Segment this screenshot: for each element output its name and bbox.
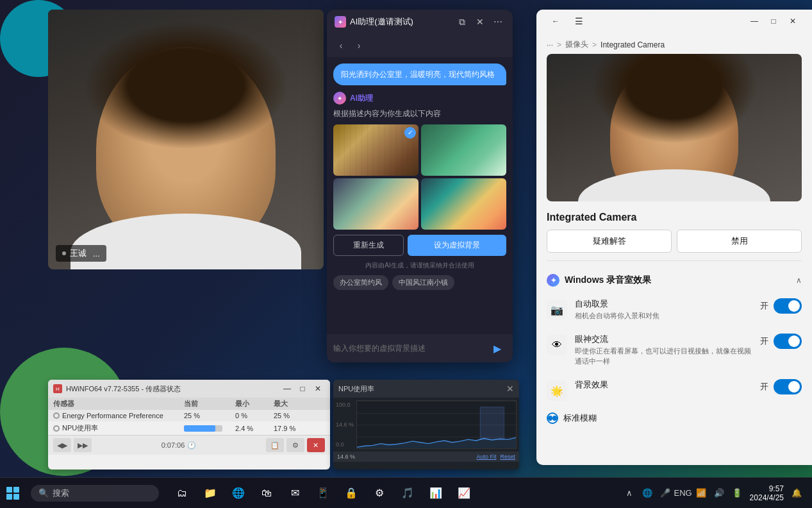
hwinfo-minimize-btn[interactable]: —: [280, 383, 294, 394]
search-icon: 🔍: [38, 488, 49, 498]
breadcrumb-sep2: >: [592, 40, 597, 49]
breadcrumb-current: Integrated Camera: [601, 40, 665, 49]
taskbar-app-1[interactable]: 📱: [310, 480, 336, 506]
settings-autoframe-toggle[interactable]: [774, 298, 802, 314]
settings-back-btn[interactable]: ←: [547, 12, 565, 30]
ai-image-3[interactable]: [333, 178, 418, 230]
settings-bgeffects-toggle[interactable]: [774, 379, 802, 394]
ai-tag-1[interactable]: 办公室简约风: [333, 275, 388, 290]
taskbar-mic-icon[interactable]: 🎤: [658, 486, 673, 501]
ai-regenerate-btn[interactable]: 重新生成: [333, 235, 404, 256]
npu-bar-value: 14.6 %: [337, 453, 355, 460]
settings-eyecontact-toggle[interactable]: [774, 334, 802, 349]
taskbar-app-edge[interactable]: 🌐: [226, 480, 251, 506]
ai-nav-back[interactable]: ‹: [333, 38, 349, 53]
taskbar-app-explorer[interactable]: 🗂: [169, 480, 195, 506]
taskbar-notification-icon[interactable]: 🔔: [789, 486, 804, 501]
settings-blur-option[interactable]: 标准模糊: [536, 407, 812, 429]
settings-autoframe-control: 开: [760, 298, 802, 314]
ai-window-menu-btn[interactable]: ⋯: [491, 15, 505, 29]
hwinfo-btn-fwd[interactable]: ▶▶: [74, 438, 92, 452]
settings-troubleshoot-btn[interactable]: 疑难解答: [547, 230, 672, 253]
settings-minimize-btn[interactable]: —: [745, 12, 763, 30]
taskbar-volume-icon[interactable]: 🔊: [711, 486, 727, 501]
ai-window-tile-btn[interactable]: ⧉: [455, 15, 469, 29]
hwinfo-title-area: H HWiNFO64 v7.72-5355 - 传感器状态: [53, 384, 181, 394]
breadcrumb-camera[interactable]: 摄像头: [565, 39, 588, 50]
settings-camera-preview: [547, 54, 802, 201]
hwinfo-titlebar: H HWiNFO64 v7.72-5355 - 传感器状态 — □ ✕: [48, 380, 330, 398]
settings-maximize-btn[interactable]: □: [765, 12, 783, 30]
taskbar-app-5[interactable]: 📈: [451, 480, 477, 506]
start-button[interactable]: [0, 480, 26, 506]
hwinfo-col-current: 当前: [184, 399, 235, 409]
settings-camera-name: Integrated Camera: [536, 209, 812, 230]
ai-tag-2[interactable]: 中国风江南小镇: [392, 275, 454, 290]
ai-image-2[interactable]: [421, 124, 506, 176]
ai-suggestion-tags: 办公室简约风 中国风江南小镇: [333, 275, 506, 290]
taskbar-search-box[interactable]: 🔍 搜索: [31, 485, 159, 502]
hwinfo-btn-settings[interactable]: ⚙: [286, 438, 304, 452]
hwinfo-maximize-btn[interactable]: □: [295, 383, 310, 394]
ai-nav-forward[interactable]: ›: [351, 38, 367, 53]
ai-assistant-header: ✦ AI助理: [333, 92, 506, 105]
hwinfo-btn-export[interactable]: 📋: [266, 438, 284, 452]
hwinfo-col-sensor: 传感器: [53, 399, 184, 409]
taskbar-network-icon[interactable]: 🌐: [640, 486, 655, 501]
taskbar-app-4[interactable]: 📊: [423, 480, 449, 506]
npu-chart: [356, 400, 517, 449]
ai-image-1[interactable]: [333, 124, 418, 176]
win-logo-quad-2: [13, 487, 19, 493]
settings-titlebar: ← ☰ — □ ✕: [536, 10, 812, 33]
svg-rect-0: [480, 407, 504, 439]
taskbar-app-store[interactable]: 🛍: [254, 480, 279, 506]
video-name-tag: 王诚 ...: [56, 245, 106, 262]
settings-autoframe-icon: 📷: [547, 300, 567, 320]
hwinfo-row2-dot: [53, 425, 60, 432]
taskbar-lang-label[interactable]: ENG: [675, 486, 691, 501]
taskbar-chevron-icon[interactable]: ∧: [622, 486, 637, 501]
npu-reset-btn[interactable]: Reset: [500, 453, 515, 460]
settings-menu-btn[interactable]: ☰: [570, 12, 588, 30]
ai-image-4[interactable]: [421, 178, 506, 230]
taskbar-clock[interactable]: 9:57 2024/4/25: [750, 484, 784, 502]
npu-autofit-btn[interactable]: Auto Fit: [476, 453, 496, 460]
taskbar-app-mail[interactable]: ✉: [282, 480, 308, 506]
npu-close-btn[interactable]: ✕: [506, 384, 514, 394]
hwinfo-window: H HWiNFO64 v7.72-5355 - 传感器状态 — □ ✕ 传感器 …: [48, 380, 330, 470]
settings-close-btn[interactable]: ✕: [784, 12, 802, 30]
video-more-btn[interactable]: ...: [93, 249, 100, 258]
settings-face: [610, 60, 738, 201]
settings-eyecontact-desc: 即使你正在看看屏幕，也可以进行目视接触，就像在视频通话中一样: [575, 346, 752, 366]
video-person-face: [96, 47, 276, 252]
ai-text-input[interactable]: [333, 344, 485, 353]
taskbar-wifi-icon[interactable]: 📶: [693, 486, 709, 501]
win-logo-quad-1: [6, 487, 12, 493]
taskbar-app-settings[interactable]: ⚙: [367, 480, 392, 506]
settings-blur-label: 标准模糊: [563, 412, 597, 424]
settings-effects-section[interactable]: ✦ Windows 录音室效果 ∧: [536, 269, 812, 292]
settings-bgeffects-content: 背景效果: [575, 379, 752, 391]
settings-divider: [547, 260, 802, 261]
hwinfo-row1-max: 25 %: [274, 412, 325, 419]
settings-disable-btn[interactable]: 禁用: [677, 230, 802, 253]
taskbar-app-2[interactable]: 🔒: [338, 480, 364, 506]
taskbar-battery-icon[interactable]: 🔋: [729, 486, 745, 501]
ai-window-close-btn[interactable]: ✕: [473, 15, 487, 29]
settings-blur-radio[interactable]: [547, 412, 558, 424]
ai-set-bg-btn[interactable]: 设为虚拟背景: [408, 235, 506, 256]
taskbar-app-files[interactable]: 📁: [197, 480, 223, 506]
ai-assistant-subtitle: 根据描述内容为你生成以下内容: [333, 108, 506, 119]
settings-window: ← ☰ — □ ✕ ··· > 摄像头 > Integrated Camera …: [536, 10, 812, 465]
hwinfo-btn-close-x[interactable]: ✕: [307, 438, 325, 452]
hwinfo-row1-min: 0 %: [235, 412, 274, 419]
video-name-indicator: [62, 251, 66, 255]
taskbar-system-icons: ∧ 🌐 🎤 ENG 📶 🔊 🔋: [622, 486, 745, 501]
taskbar-app-3[interactable]: 🎵: [395, 480, 420, 506]
breadcrumb-dots[interactable]: ···: [547, 40, 553, 49]
hwinfo-close-btn[interactable]: ✕: [311, 383, 325, 394]
npu-controls: Auto Fit Reset: [476, 453, 515, 460]
ai-send-button[interactable]: ▶: [488, 339, 506, 357]
hwinfo-row1-sensor: Energy Performance Preference: [53, 412, 184, 419]
hwinfo-btn-prev[interactable]: ◀▶: [53, 438, 71, 452]
